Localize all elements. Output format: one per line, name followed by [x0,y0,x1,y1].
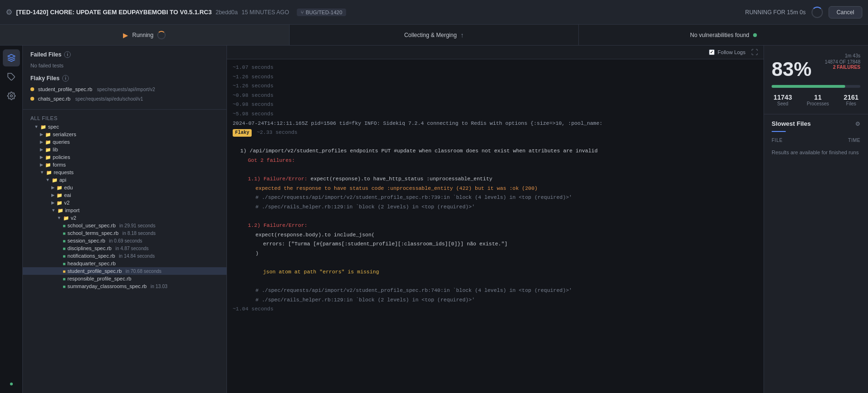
folder-icon: 📁 [57,193,62,198]
folder-icon: 📁 [57,200,62,206]
tree-folder-eai[interactable]: ▶ 📁 eai [23,191,226,199]
flaky-name-2: chats_spec.rb [38,96,70,102]
no-failed-label: No failed tests [30,61,219,70]
log-line: ~1.26 seconds [233,82,758,91]
log-line: ~1.07 seconds [233,63,758,73]
tree-file-school-terms[interactable]: ■ school_terms_spec.rb in 8.18 seconds [23,229,226,237]
tree-folder-v2-import[interactable]: ▼ 📁 v2 [23,214,226,222]
tree-name-lib: lib [53,147,58,152]
vulnerabilities-label: No vulnerabilities found [690,32,749,38]
chevron-down-icon: ▼ [46,178,50,182]
tree-folder-api[interactable]: ▼ 📁 api [23,176,226,184]
tree-folder-queries[interactable]: ▶ 📁 queries [23,138,226,146]
chevron-right-icon: ▶ [40,132,43,137]
tree-name-requests: requests [54,169,74,175]
status-collecting[interactable]: Collecting & Merging ↑ [290,25,579,45]
log-line-trace-3: # ./spec/requests/api/import/v2/student_… [233,286,758,296]
right-panel-top: 1m 43s 83% 14874 OF 17848 2 FAILURES 117… [764,46,868,114]
flaky-files-info-icon[interactable]: i [62,75,69,82]
tree-file-disciplines[interactable]: ■ disciplines_spec.rb in 4.87 seconds [23,244,226,252]
tree-file-notifications[interactable]: ■ notifications_spec.rb in 14.84 seconds [23,252,226,260]
chevron-down-icon: ▼ [57,215,61,220]
tree-folder-import[interactable]: ▼ 📁 import [23,206,226,214]
stat-seed: 11743 Seed [774,94,792,106]
folder-icon: 📁 [45,140,51,145]
all-files-label: All files [23,113,226,123]
follow-logs-label: Follow Logs [717,49,745,55]
status-vulnerabilities[interactable]: No vulnerabilities found [579,25,868,45]
status-running[interactable]: ▶ Running [0,25,290,45]
tree-file-student-profile[interactable]: ■ student_profile_spec.rb in 70.68 secon… [23,267,226,275]
tree-folder-forms[interactable]: ▶ 📁 forms [23,161,226,168]
nav-status-dot [10,383,13,385]
tree-file-responsible[interactable]: ■ responsible_profile_spec.rb [23,275,226,282]
log-line: ~0.98 seconds [233,91,758,101]
flaky-files-section: Flaky Files i student_profile_spec.rb sp… [30,75,219,103]
log-content[interactable]: ~1.07 seconds ~1.26 seconds ~1.26 second… [227,59,764,393]
log-line-failure-1-2: 1.2) Failure/Error: [233,221,758,231]
file-icon: ■ [63,238,66,243]
processes-value: 11 [807,94,829,101]
flaky-item-2[interactable]: chats_spec.rb spec/requests/api/edu/scho… [30,94,219,103]
tree-folder-v2-api[interactable]: ▶ 📁 v2 [23,199,226,206]
log-time: ~5.98 seconds [233,111,274,117]
log-line-failure-header: 1) /api/import/v2/student_profiles endpo… [233,147,758,156]
col-time-label: TIME [848,138,860,143]
tree-folder-edu[interactable]: ▶ 📁 edu [23,184,226,191]
tree-file-school-user[interactable]: ■ school_user_spec.rb in 29.91 seconds [23,222,226,229]
log-line-trace-4: # ./spec/rails_helper.rb:129:in `block (… [233,296,758,305]
flaky-files-label: Flaky Files [30,75,59,82]
cancel-button[interactable]: Cancel [829,6,862,19]
tree-time-session: in 0.69 seconds [109,238,142,243]
svg-point-2 [10,95,12,97]
flaky-dot-2 [30,97,34,101]
tree-file-headquarter[interactable]: ■ headquarter_spec.rb [23,260,226,267]
expand-icon[interactable]: ⛶ [751,48,758,56]
log-line-blank [233,277,758,287]
follow-logs-toggle[interactable]: ✓ Follow Logs [709,49,745,55]
files-label: Files [844,101,859,106]
tree-file-session[interactable]: ■ session_spec.rb in 0.69 seconds [23,237,226,244]
log-failure-label: 1.1) Failure/Error: [248,176,311,182]
tree-time-school-terms: in 8.18 seconds [123,231,156,236]
tree-time-student-profile: in 70.68 seconds [125,269,161,274]
file-icon: ■ [63,253,66,259]
failed-files-label: Failed Files [30,51,61,58]
tree-name-school-terms: school_terms_spec.rb [67,230,119,236]
folder-icon: 📁 [57,208,63,213]
flaky-path-2: spec/requests/api/edu/school/v1 [75,96,143,102]
nav-icon-settings[interactable] [3,87,20,104]
tree-file-summaryday[interactable]: ■ summaryday_classrooms_spec.rb in 13.03 [23,282,226,290]
tree-name-eai: eai [64,192,71,198]
tree-name-spec: spec [48,124,59,130]
tree-folder-serializers[interactable]: ▶ 📁 serializers [23,131,226,138]
tree-folder-requests[interactable]: ▼ 📁 requests [23,168,226,176]
tree-time-notifications: in 14.84 seconds [119,253,155,259]
follow-logs-checkbox[interactable]: ✓ [709,49,715,55]
file-icon: ■ [63,276,66,281]
stat-files: 2161 Files [844,94,859,106]
tree-folder-lib[interactable]: ▶ 📁 lib [23,146,226,153]
build-icon: ⚙ [6,8,12,17]
progress-fill [772,85,845,88]
tree-time-school-user: in 29.91 seconds [120,223,156,228]
settings-icon[interactable]: ⚙ [855,121,860,127]
log-failure-label-2: 1.2) Failure/Error: [248,223,307,228]
folder-icon: 📁 [45,162,51,168]
log-area: ✓ Follow Logs ⛶ ~1.07 seconds ~1.26 seco… [227,46,764,393]
tree-folder-policies[interactable]: ▶ 📁 policies [23,153,226,161]
col-file-label: FILE [772,138,783,143]
seed-value: 11743 [774,94,792,101]
tree-name-summaryday: summaryday_classrooms_spec.rb [67,283,147,289]
tree-name-v2-import: v2 [71,215,76,221]
log-time: ~0.98 seconds [233,93,274,98]
log-line-info: 2024-07-24T14:12:11.165Z pid=1506 tid=fk… [233,119,758,129]
status-dot-green [753,33,757,37]
nav-icon-tag[interactable] [3,68,20,85]
tree-name-policies: policies [53,154,70,160]
log-line-blank [233,212,758,222]
failed-files-info-icon[interactable]: i [64,51,71,58]
tree-folder-spec[interactable]: ▼ 📁 spec [23,123,226,131]
nav-icon-layers[interactable] [3,49,20,66]
flaky-item-1[interactable]: student_profile_spec.rb spec/requests/ap… [30,84,219,94]
